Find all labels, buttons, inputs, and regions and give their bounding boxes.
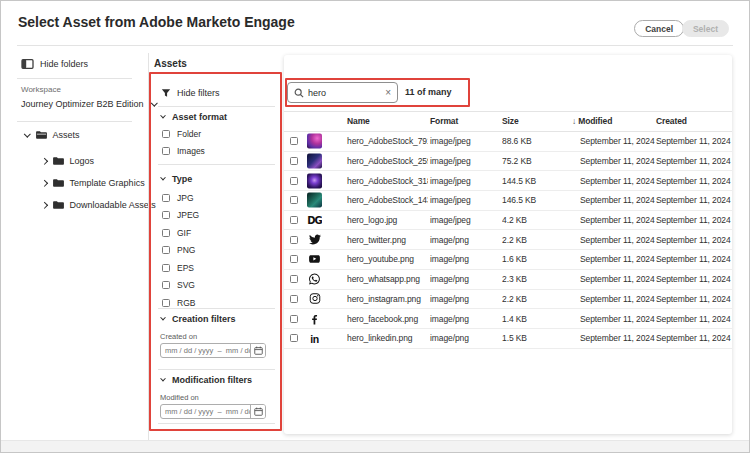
row-checkbox[interactable] xyxy=(290,236,298,244)
asset-thumbnail xyxy=(307,134,322,149)
filter-checkbox-row[interactable]: JPEG xyxy=(162,210,199,220)
table-row[interactable]: hero_youtube.png image/png 1.6 KB Septem… xyxy=(284,250,732,270)
search-input[interactable] xyxy=(308,88,381,98)
folder-tree-item[interactable]: Downloadable Assets xyxy=(42,194,156,216)
cancel-button[interactable]: Cancel xyxy=(634,20,684,37)
hide-filters-button[interactable]: Hide filters xyxy=(161,88,220,98)
section-modification-filters[interactable]: Modification filters xyxy=(161,375,252,385)
table-row[interactable]: hero_AdobeStock_25984 image/jpeg 75.2 KB… xyxy=(284,152,732,172)
calendar-button[interactable] xyxy=(250,405,265,418)
table-row[interactable]: in hero_linkedin.png image/png 1.5 KB Se… xyxy=(284,329,732,349)
asset-thumbnail xyxy=(307,173,322,188)
column-header-format[interactable]: Format xyxy=(430,116,458,126)
column-header-created[interactable]: Created xyxy=(656,116,687,126)
asset-created-date: September 11, 2024 xyxy=(656,235,731,245)
filter-checkbox-row[interactable]: SVG xyxy=(162,280,195,290)
filter-checkbox-row[interactable]: EPS xyxy=(162,263,194,273)
filter-checkbox-row[interactable]: Images xyxy=(162,146,205,156)
checkbox[interactable] xyxy=(162,211,170,219)
asset-created-date: September 11, 2024 xyxy=(656,254,731,264)
asset-modified-date: September 11, 2024 xyxy=(580,136,655,146)
table-row[interactable]: hero_instagram.png image/png 2.2 KB Sept… xyxy=(284,290,732,310)
asset-created-date: September 11, 2024 xyxy=(656,156,731,166)
calendar-icon xyxy=(254,346,263,355)
asset-created-date: September 11, 2024 xyxy=(656,294,731,304)
asset-size: 2.2 KB xyxy=(502,235,572,245)
modified-on-date-input[interactable] xyxy=(161,407,250,416)
filter-checkbox-row[interactable]: GIF xyxy=(162,228,191,238)
sidebar-item-assets[interactable]: Assets xyxy=(25,130,80,140)
section-title: Asset format xyxy=(172,112,227,122)
column-header-name[interactable]: Name xyxy=(347,116,370,126)
checkbox[interactable] xyxy=(162,229,170,237)
row-checkbox[interactable] xyxy=(290,177,298,185)
checkbox[interactable] xyxy=(162,264,170,272)
checkbox[interactable] xyxy=(162,147,170,155)
column-header-size[interactable]: Size xyxy=(502,116,519,126)
table-row[interactable]: hero_twitter.png image/png 2.2 KB Septem… xyxy=(284,230,732,250)
row-checkbox[interactable] xyxy=(290,275,298,283)
instagram-icon xyxy=(309,293,321,305)
whatsapp-icon xyxy=(308,273,321,286)
folder-tree-item[interactable]: Logos xyxy=(42,150,156,172)
calendar-button[interactable] xyxy=(250,344,265,357)
results-count: 11 of many xyxy=(405,87,452,97)
tree-item-label: Logos xyxy=(70,156,95,166)
table-row[interactable]: hero_facebook.png image/png 1.4 KB Septe… xyxy=(284,309,732,329)
asset-thumbnail xyxy=(307,272,322,287)
checkbox-label: PNG xyxy=(177,245,195,255)
chevron-right-icon[interactable] xyxy=(41,180,47,186)
workspace-value: Journey Optimizer B2B Edition xyxy=(21,99,144,109)
chevron-right-icon[interactable] xyxy=(41,158,47,164)
table-row[interactable]: hero_AdobeStock_31855 image/jpeg 144.5 K… xyxy=(284,171,732,191)
table-row[interactable]: hero_AdobeStock_14368 image/jpeg 146.5 K… xyxy=(284,191,732,211)
checkbox[interactable] xyxy=(162,246,170,254)
asset-modified-date: September 11, 2024 xyxy=(580,314,655,324)
filter-checkbox-row[interactable]: PNG xyxy=(162,245,195,255)
row-checkbox[interactable] xyxy=(290,137,298,145)
asset-created-date: September 11, 2024 xyxy=(656,274,731,284)
asset-modified-date: September 11, 2024 xyxy=(580,156,655,166)
row-checkbox[interactable] xyxy=(290,196,298,204)
chevron-right-icon[interactable] xyxy=(41,202,47,208)
asset-name: hero_instagram.png xyxy=(347,294,428,304)
asset-thumbnail: DG xyxy=(307,213,322,228)
created-on-date-input[interactable] xyxy=(161,346,250,355)
folder-tree-item[interactable]: Template Graphics xyxy=(42,172,156,194)
asset-size: 1.5 KB xyxy=(502,333,572,343)
column-header-modified[interactable]: ↓Modified xyxy=(572,116,612,126)
asset-format: image/png xyxy=(430,314,500,324)
asset-format: image/png xyxy=(430,254,500,264)
asset-modified-date: September 11, 2024 xyxy=(580,235,655,245)
asset-created-date: September 11, 2024 xyxy=(656,136,731,146)
clear-search-icon[interactable]: × xyxy=(385,88,391,98)
row-checkbox[interactable] xyxy=(290,315,298,323)
hide-folders-button[interactable]: Hide folders xyxy=(21,59,88,69)
filter-checkbox-row[interactable]: RGB xyxy=(162,298,195,308)
section-title: Modification filters xyxy=(172,375,252,385)
section-title: Type xyxy=(172,174,192,184)
filter-checkbox-row[interactable]: JPG xyxy=(162,193,194,203)
filter-checkbox-row[interactable]: Folder xyxy=(162,129,201,139)
asset-thumbnail xyxy=(307,311,322,326)
section-type[interactable]: Type xyxy=(161,174,192,184)
checkbox[interactable] xyxy=(162,130,170,138)
row-checkbox[interactable] xyxy=(290,295,298,303)
chevron-down-icon[interactable] xyxy=(24,130,30,136)
tree-item-label: Downloadable Assets xyxy=(70,200,156,210)
checkbox[interactable] xyxy=(162,281,170,289)
select-button[interactable]: Select xyxy=(682,20,729,37)
asset-format: image/jpeg xyxy=(430,215,500,225)
table-row[interactable]: DG hero_logo.jpg image/jpeg 4.2 KB Septe… xyxy=(284,211,732,231)
row-checkbox[interactable] xyxy=(290,157,298,165)
row-checkbox[interactable] xyxy=(290,334,298,342)
table-row[interactable]: hero_whatsapp.png image/png 2.3 KB Septe… xyxy=(284,270,732,290)
table-row[interactable]: hero_AdobeStock_79138 image/jpeg 88.6 KB… xyxy=(284,132,732,152)
section-asset-format[interactable]: Asset format xyxy=(161,112,227,122)
checkbox[interactable] xyxy=(162,299,170,307)
row-checkbox[interactable] xyxy=(290,216,298,224)
section-creation-filters[interactable]: Creation filters xyxy=(161,314,236,324)
row-checkbox[interactable] xyxy=(290,255,298,263)
workspace-picker[interactable]: Journey Optimizer B2B Edition xyxy=(21,99,156,109)
checkbox[interactable] xyxy=(162,194,170,202)
